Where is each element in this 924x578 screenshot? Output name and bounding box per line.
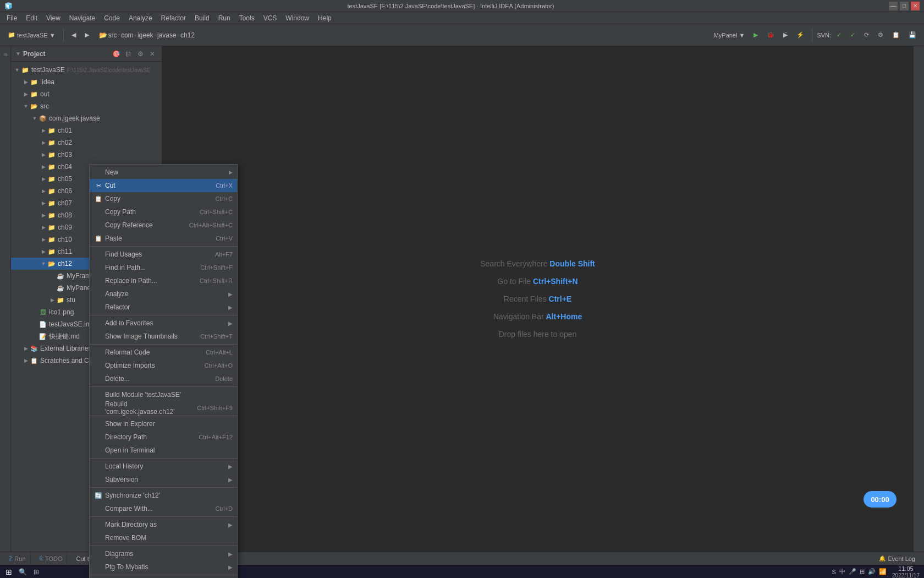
ctx-delete[interactable]: Delete... Delete — [90, 372, 237, 385]
tree-src[interactable]: ▼ 📂 src — [11, 100, 162, 112]
menu-run[interactable]: Run — [214, 13, 235, 23]
copy-path-icon — [94, 208, 103, 216]
taskbar-apps[interactable]: ⊞ — [30, 564, 42, 579]
project-actions: 🎯 ⊟ ⚙ ✕ — [111, 49, 157, 59]
menu-help[interactable]: Help — [314, 13, 336, 23]
tree-root[interactable]: ▼ 📁 testJavaSE F:\115\2.JavaSE\code\test… — [11, 64, 162, 76]
tree-package[interactable]: ▼ 📦 com.igeek.javase — [11, 112, 162, 124]
ctx-diagrams[interactable]: Diagrams ▶ — [90, 547, 237, 560]
tree-arrow-out: ▶ — [22, 91, 30, 97]
menu-navigate[interactable]: Navigate — [65, 13, 100, 23]
menu-view[interactable]: View — [42, 13, 65, 23]
ctx-subversion[interactable]: Subversion ▶ — [90, 473, 237, 486]
breadcrumb-com[interactable]: com — [121, 31, 134, 39]
tree-ch01[interactable]: ▶📁ch01 — [11, 124, 162, 137]
ctx-copy-path[interactable]: Copy Path Ctrl+Shift+C — [90, 205, 237, 219]
ctx-mark-dir[interactable]: Mark Directory as ▶ — [90, 518, 237, 531]
breadcrumb-igeek[interactable]: igeek — [138, 31, 153, 39]
breadcrumb-ch12[interactable]: ch12 — [180, 31, 195, 39]
ctx-build-module[interactable]: Build Module 'testJavaSE' — [90, 388, 237, 401]
go-to-file-hint: Go to File Ctrl+Shift+N — [497, 277, 578, 286]
taskbar-search[interactable]: 🔍 — [15, 564, 30, 579]
coverage-button[interactable]: ▶̈ — [780, 28, 791, 43]
ctx-find-path[interactable]: Find in Path... Ctrl+Shift+F — [90, 261, 237, 274]
locate-button[interactable]: 🎯 — [111, 49, 121, 59]
ctx-thumbnails[interactable]: Show Image Thumbnails Ctrl+Shift+T — [90, 330, 237, 343]
svn-check[interactable]: ✓ — [833, 28, 845, 43]
ctx-terminal[interactable]: Open in Terminal — [90, 444, 237, 457]
breadcrumb-javase[interactable]: javase — [157, 31, 177, 39]
ctx-replace-path[interactable]: Replace in Path... Ctrl+Shift+R — [90, 274, 237, 287]
svn-btn5[interactable]: 📋 — [889, 28, 903, 43]
menu-code[interactable]: Code — [100, 13, 124, 23]
todo-tab[interactable]: 6: TODO — [35, 552, 68, 565]
collapse-all-button[interactable]: ⊟ — [123, 49, 133, 59]
external-libraries-label: External Libraries — [40, 345, 91, 352]
close-panel-button[interactable]: ✕ — [147, 49, 157, 59]
timer-badge[interactable]: 00:00 — [864, 491, 897, 508]
tree-ch02[interactable]: ▶📁ch02 — [11, 137, 162, 149]
settings-button[interactable]: ⚙ — [135, 49, 145, 59]
svn-settings[interactable]: ⚙ — [875, 28, 887, 43]
mypanel-button[interactable]: MyPanel ▼ — [711, 28, 749, 43]
back-button[interactable]: ◀ — [68, 28, 79, 43]
svn-btn3[interactable]: ⟳ — [861, 28, 872, 43]
svn-btn6[interactable]: 💾 — [905, 28, 920, 43]
start-button[interactable]: ⊞ — [2, 564, 15, 579]
sep7 — [90, 487, 237, 488]
folder-icon-src: 📂 — [30, 102, 38, 111]
menu-file[interactable]: File — [2, 13, 21, 23]
tree-out[interactable]: ▶ 📁 out — [11, 88, 162, 100]
debug-button[interactable]: 🐞 — [763, 28, 778, 43]
tree-idea[interactable]: ▶ 📁 .idea — [11, 76, 162, 88]
event-log-label[interactable]: Event Log — [888, 555, 915, 562]
project-selector[interactable]: 📁 testJavaSE ▼ — [4, 28, 59, 43]
tree-ch03[interactable]: ▶📁ch03 — [11, 149, 162, 161]
ctx-refactor[interactable]: Refactor ▶ — [90, 301, 237, 314]
sep9 — [90, 546, 237, 546]
left-sidebar-label[interactable]: ≡ — [2, 53, 8, 56]
ctx-copy[interactable]: 📋 Copy Ctrl+C — [90, 192, 237, 205]
ctx-dir-path[interactable]: Directory Path Ctrl+Alt+F12 — [90, 430, 237, 444]
ctx-rebuild[interactable]: Rebuild 'com.igeek.javase.ch12' Ctrl+Shi… — [90, 401, 237, 415]
minimize-button[interactable]: — — [889, 2, 898, 10]
context-menu: New ▶ ✂ Cut Ctrl+X 📋 Copy Ctrl+C Copy Pa… — [89, 164, 238, 578]
ctx-cut[interactable]: ✂ Cut Ctrl+X — [90, 179, 237, 192]
ctx-remove-bom[interactable]: Remove BOM — [90, 531, 237, 544]
menu-tools[interactable]: Tools — [235, 13, 259, 23]
tree-path-root: F:\115\2.JavaSE\code\testJavaSE — [67, 67, 151, 73]
ctx-find-usages[interactable]: Find Usages Alt+F7 — [90, 248, 237, 261]
ctx-new[interactable]: New ▶ — [90, 166, 237, 179]
menu-analyze[interactable]: Analyze — [124, 13, 157, 23]
ctx-analyze[interactable]: Analyze ▶ — [90, 287, 237, 301]
ctx-synchronize[interactable]: 🔄 Synchronize 'ch12' — [90, 489, 237, 502]
ctx-reformat[interactable]: Reformat Code Ctrl+Alt+L — [90, 346, 237, 359]
ctx-favorites[interactable]: Add to Favorites ▶ — [90, 317, 237, 330]
profile-button[interactable]: ⚡ — [793, 28, 807, 43]
svn-check2[interactable]: ✓ — [847, 28, 859, 43]
systray: S 中 🎤 ⊞ 🔊 📶 11:05 2022/11/17 — [832, 565, 922, 579]
ctx-ptg-mybatis[interactable]: Ptg To Mybatis ▶ — [90, 560, 237, 574]
ctx-compare[interactable]: Compare With... Ctrl+D — [90, 502, 237, 515]
ctx-show-explorer[interactable]: Show in Explorer — [90, 417, 237, 430]
analyze-arrow: ▶ — [228, 291, 233, 297]
breadcrumb-src[interactable]: 📂 src — [99, 31, 117, 39]
close-button[interactable]: ✕ — [911, 2, 920, 10]
search-everywhere-hint: Search Everywhere Double Shift — [480, 259, 595, 268]
ctx-copy-reference[interactable]: Copy Reference Ctrl+Alt+Shift+C — [90, 219, 237, 232]
ctx-local-history[interactable]: Local History ▶ — [90, 460, 237, 473]
menu-refactor[interactable]: Refactor — [157, 13, 190, 23]
run-button[interactable]: ▶ — [750, 28, 761, 43]
ctx-optimize[interactable]: Optimize Imports Ctrl+Alt+O — [90, 359, 237, 372]
menu-build[interactable]: Build — [190, 13, 214, 23]
maximize-button[interactable]: □ — [900, 2, 909, 10]
menu-vcs[interactable]: VCS — [259, 13, 282, 23]
ctx-paste[interactable]: 📋 Paste Ctrl+V — [90, 232, 237, 245]
run-tab[interactable]: 2: Run — [4, 552, 31, 565]
forward-button[interactable]: ▶ — [81, 28, 92, 43]
menu-window[interactable]: Window — [281, 13, 314, 23]
tree-label-src: src — [40, 102, 49, 110]
grid-icon: ⊞ — [860, 568, 865, 575]
todo-label: TODO — [45, 555, 63, 562]
menu-edit[interactable]: Edit — [21, 13, 42, 23]
